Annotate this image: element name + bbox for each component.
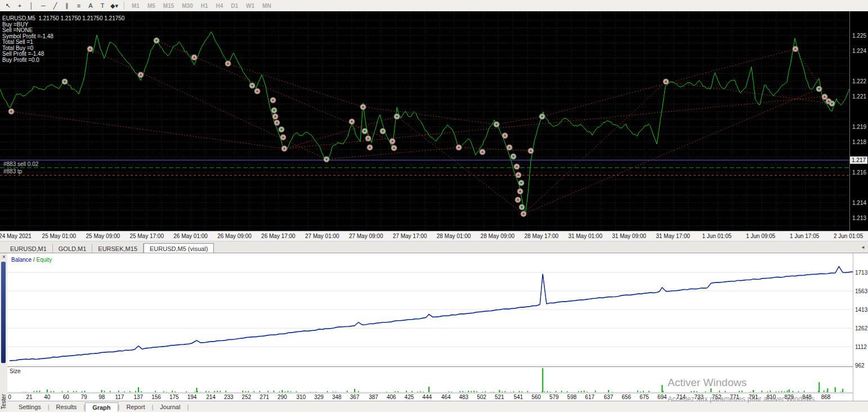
trade-marker[interactable] [272, 114, 278, 119]
trade-marker[interactable] [138, 72, 144, 78]
tester-tab-journal[interactable]: Journal [153, 402, 187, 411]
trade-marker[interactable] [528, 148, 534, 154]
timeframe-m15-button[interactable]: M15 [159, 3, 178, 9]
chart-info-line: Buy Profit =0.0 [2, 57, 124, 64]
trade-marker[interactable] [539, 114, 545, 119]
size-bar [705, 392, 706, 393]
shapes-tool-icon[interactable]: ◆▾ [109, 1, 120, 10]
trade-marker[interactable] [511, 154, 516, 159]
trade-marker[interactable] [380, 128, 386, 134]
tester-grip-bar[interactable] [1, 262, 6, 363]
trade-marker[interactable] [367, 145, 373, 150]
trade-marker[interactable] [271, 108, 277, 113]
trade-marker[interactable] [480, 149, 485, 155]
trade-marker[interactable] [456, 145, 462, 150]
timeframe-m5-button[interactable]: M5 [144, 3, 159, 9]
trade-trend-line [228, 64, 363, 107]
trade-marker[interactable] [518, 180, 524, 186]
close-icon[interactable]: × [1, 254, 7, 260]
trade-marker[interactable] [270, 97, 276, 103]
size-bar [417, 392, 418, 392]
timeframe-w1-button[interactable]: W1 [242, 3, 258, 9]
timeframe-h4-button[interactable]: H4 [212, 3, 227, 9]
trade-marker[interactable] [365, 136, 371, 141]
time-axis-label: 27 May 09:00 [349, 233, 383, 239]
channel-tool-icon[interactable]: ∥ [61, 1, 73, 10]
trade-marker[interactable] [254, 88, 260, 94]
trade-marker[interactable] [249, 83, 255, 88]
tester-tab-graph[interactable]: Graph [85, 402, 118, 412]
text-label-tool-icon[interactable]: T [97, 1, 108, 10]
trade-marker[interactable] [154, 38, 159, 43]
size-bar [208, 391, 209, 392]
trade-marker[interactable] [390, 138, 395, 144]
trade-marker[interactable] [515, 197, 521, 203]
size-bar [502, 392, 503, 392]
chart-tab-eurusd-m1[interactable]: EURUSD,M1 [5, 244, 53, 253]
size-bar [279, 392, 280, 392]
trade-marker[interactable] [324, 156, 329, 162]
trade-marker[interactable] [822, 94, 827, 100]
size-bar [333, 392, 334, 392]
trade-marker[interactable] [502, 133, 508, 138]
trade-marker[interactable] [816, 86, 822, 92]
tabs-scroll-left-icon[interactable]: ◄ [861, 245, 865, 250]
trade-marker[interactable] [829, 101, 835, 106]
trade-marker[interactable] [8, 109, 14, 114]
trade-marker[interactable] [391, 145, 397, 151]
trade-marker[interactable] [519, 204, 525, 210]
size-bar [818, 382, 820, 392]
trade-marker[interactable] [62, 79, 68, 84]
timeframe-m1-button[interactable]: M1 [128, 3, 144, 9]
tester-grip[interactable]: × Tester [0, 253, 7, 412]
timeframe-m30-button[interactable]: M30 [178, 3, 196, 9]
size-bar [476, 391, 477, 392]
trade-marker[interactable] [225, 61, 231, 66]
trade-marker[interactable] [362, 128, 368, 134]
trade-marker[interactable] [516, 172, 521, 178]
size-bar [519, 391, 520, 393]
tester-tab-report[interactable]: Report [119, 402, 151, 411]
trade-marker[interactable] [494, 122, 499, 127]
time-axis[interactable]: 24 May 202125 May 01:0025 May 09:0025 Ma… [0, 231, 868, 241]
size-bar [129, 391, 131, 392]
trade-marker[interactable] [191, 55, 197, 60]
trade-marker[interactable] [281, 146, 287, 151]
timeframe-mn-button[interactable]: MN [258, 3, 275, 9]
size-bar [194, 392, 195, 392]
trade-marker[interactable] [793, 46, 798, 52]
trade-marker[interactable] [349, 119, 355, 124]
fibonacci-tool-icon[interactable]: ≡ [73, 1, 84, 10]
tester-tab-results[interactable]: Results [50, 402, 84, 411]
trade-marker[interactable] [360, 104, 366, 110]
trade-marker[interactable] [514, 164, 520, 169]
price-chart-region[interactable]: #883 sell 0.02#883 tp EURUSD,M5 1.21750 … [0, 11, 868, 231]
size-bar [739, 391, 740, 392]
trade-marker[interactable] [507, 145, 512, 150]
tester-tab-settings[interactable]: Settings [12, 402, 48, 411]
crosshair-icon[interactable]: + [14, 1, 25, 10]
trade-marker[interactable] [521, 211, 526, 217]
size-bar [37, 391, 38, 392]
trade-marker[interactable] [274, 120, 280, 126]
trade-marker[interactable] [280, 135, 286, 140]
timeframe-d1-button[interactable]: D1 [227, 3, 242, 9]
cursor-icon[interactable]: ↖ [2, 1, 14, 10]
timeframe-h1-button[interactable]: H1 [197, 3, 212, 9]
trade-marker[interactable] [279, 127, 284, 132]
size-bar [197, 391, 198, 392]
vertical-line-tool-icon[interactable]: │ [26, 1, 37, 10]
time-axis-label: 28 May 09:00 [481, 233, 515, 239]
trade-marker[interactable] [517, 189, 523, 194]
trendline-tool-icon[interactable]: ╱ [50, 1, 61, 10]
chart-tab-eursek-m15[interactable]: EURSEK,M15 [92, 244, 144, 253]
price-scale[interactable]: 1.2251.2241.2221.2211.2191.2181.2161.214… [849, 11, 868, 231]
size-bar [163, 391, 164, 392]
text-tool-icon[interactable]: A [85, 1, 96, 10]
size-bar [648, 391, 650, 392]
trade-marker[interactable] [663, 79, 669, 84]
time-axis-label: 28 May 01:00 [437, 233, 471, 239]
chart-tab-gold-m1[interactable]: GOLD,M1 [53, 244, 93, 253]
horizontal-line-tool-icon[interactable]: ─ [38, 1, 49, 10]
trade-marker[interactable] [394, 114, 400, 119]
